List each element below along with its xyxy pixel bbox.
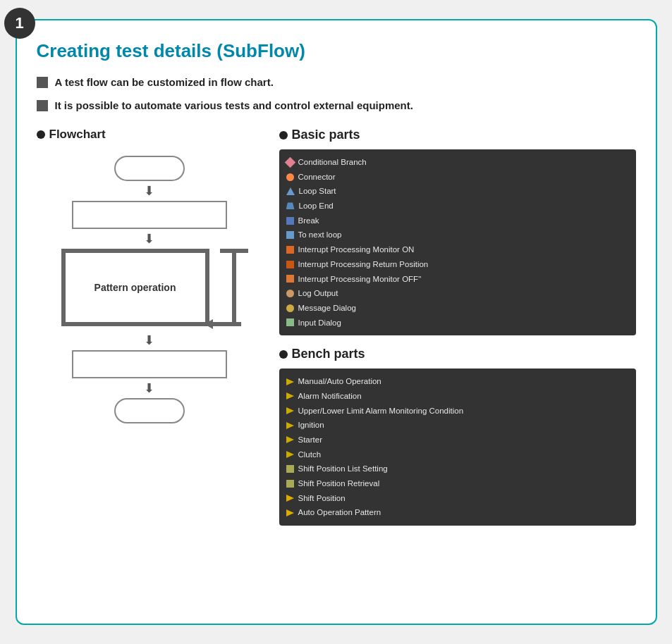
bench-item-1: Alarm Notification [298, 389, 362, 404]
dot-icon [37, 130, 45, 139]
arrow-yellow-icon-4 [286, 436, 294, 443]
rect-green-icon [286, 318, 294, 326]
loop-right [220, 249, 248, 326]
parts-row-3: Loop End [286, 199, 629, 213]
fc-arrow-1: ⬇ [144, 181, 154, 201]
loop-bottom-bar [209, 322, 241, 326]
rect-orange2-icon [286, 261, 294, 268]
loop-area: Pattern operation [51, 249, 248, 326]
rect-orange-icon [286, 246, 294, 254]
bench-item-0: Manual/Auto Operation [298, 374, 381, 389]
parts-row-2: Loop Start [286, 184, 629, 199]
arrow-yellow-icon-0 [286, 378, 294, 385]
parts-row-11: Input Dialog [286, 316, 629, 330]
loop-label: Pattern operation [94, 282, 176, 293]
circle-tan-icon [286, 290, 294, 297]
arrow-yellow-icon-1 [286, 392, 294, 400]
bullet-1: A test flow can be customized in flow ch… [37, 75, 636, 91]
parts-row-6: Interrupt Processing Monitor ON [286, 242, 629, 257]
parts-row-7: Interrupt Processing Return Position [286, 257, 629, 272]
bench-item-2: Upper/Lower Limit Alarm Monitoring Condi… [298, 404, 464, 419]
basic-parts-title: Basic parts [279, 128, 636, 142]
bench-item-5: Clutch [298, 447, 322, 462]
arrow-orange-icon-1 [286, 509, 294, 516]
bench-row-4: Starter [286, 433, 629, 447]
bench-row-2: Upper/Lower Limit Alarm Monitoring Condi… [286, 404, 629, 419]
bench-item-6: Shift Position List Setting [298, 462, 388, 476]
flowchart-label: Flowchart [49, 128, 106, 142]
fc-arrow-2: ⬇ [144, 229, 154, 249]
basic-item-8: Interrupt Processing Monitor OFF" [298, 272, 422, 287]
basic-item-2: Loop Start [299, 184, 336, 199]
bench-row-0: Manual/Auto Operation [286, 374, 629, 389]
arrow-yellow-icon-3 [286, 422, 294, 429]
basic-item-11: Input Dialog [298, 316, 341, 330]
bullet-2: It is possible to automate various tests… [37, 98, 636, 114]
bullet-square-icon [37, 77, 48, 88]
bench-item-4: Starter [298, 433, 323, 447]
bench-parts-box: Manual/Auto Operation Alarm Notification… [279, 369, 636, 526]
basic-item-6: Interrupt Processing Monitor ON [298, 242, 415, 257]
bench-item-7: Shift Position Retrieval [298, 476, 380, 491]
bullet-text-1: A test flow can be customized in flow ch… [55, 75, 274, 91]
loop-vert-bar [232, 253, 236, 326]
fc-end-terminal [114, 398, 185, 423]
basic-parts-box: Conditional Branch Connector Loop Start … [279, 149, 636, 335]
parts-row-0: Conditional Branch [286, 155, 629, 170]
bench-row-9: Auto Operation Pattern [286, 505, 629, 520]
bullet-text-2: It is possible to automate various tests… [55, 98, 413, 114]
loop-box: Pattern operation [61, 249, 209, 326]
arrow-yellow-icon-2 [286, 407, 294, 414]
arrow-yellow-icon-5 [286, 451, 294, 458]
bench-item-8: Shift Position [298, 491, 346, 506]
section-number: 1 [4, 8, 35, 39]
page-title: Creating test details (SubFlow) [37, 40, 636, 62]
bench-row-5: Clutch [286, 447, 629, 462]
circle-orange-icon [286, 173, 294, 181]
basic-item-3: Loop End [299, 199, 334, 213]
basic-item-1: Connector [298, 170, 336, 185]
bench-row-8: Shift Position [286, 491, 629, 506]
fc-start-terminal [114, 156, 185, 181]
dot-icon-3 [279, 350, 288, 359]
fc-arrow-3: ⬇ [144, 330, 154, 350]
arrow-orange-icon-0 [286, 495, 294, 502]
parts-row-8: Interrupt Processing Monitor OFF" [286, 272, 629, 287]
rect-blue2-icon [286, 231, 294, 239]
rect-khaki-icon-1 [286, 480, 294, 488]
basic-item-5: To next loop [298, 228, 342, 242]
rect-khaki-icon-0 [286, 465, 294, 473]
basic-parts-label: Basic parts [292, 128, 360, 142]
parts-row-5: To next loop [286, 228, 629, 242]
loop-return-arrowhead [204, 319, 213, 329]
parts-row-4: Break [286, 213, 629, 228]
bullet-square-icon-2 [37, 100, 48, 111]
parts-row-10: Message Dialog [286, 301, 629, 316]
bench-row-6: Shift Position List Setting [286, 462, 629, 476]
dot-icon-2 [279, 131, 288, 140]
bench-parts-title: Bench parts [279, 347, 636, 361]
fc-process-1 [72, 201, 227, 229]
loop-inner: Pattern operation [51, 249, 220, 326]
rect-blue-icon [286, 217, 294, 225]
trap-blue-icon [286, 202, 295, 209]
bench-row-3: Ignition [286, 418, 629, 433]
parts-row-9: Log Output [286, 286, 629, 301]
basic-item-10: Message Dialog [298, 301, 356, 316]
right-panel: Basic parts Conditional Branch Connector… [279, 128, 636, 537]
flowchart-diagram: ⬇ ⬇ Pattern operation [37, 149, 262, 431]
bench-item-9: Auto Operation Pattern [298, 505, 381, 520]
fc-process-2 [72, 350, 227, 378]
circle-gold-icon [286, 304, 294, 312]
bench-parts-label: Bench parts [292, 347, 365, 361]
content-area: Flowchart ⬇ ⬇ [37, 128, 636, 537]
parts-row-1: Connector [286, 170, 629, 185]
rect-orange3-icon [286, 275, 294, 283]
bench-item-3: Ignition [298, 418, 324, 433]
basic-item-7: Interrupt Processing Return Position [298, 257, 429, 272]
bench-row-7: Shift Position Retrieval [286, 476, 629, 491]
loop-section: Pattern operation [51, 249, 248, 326]
diamond-pink-icon [284, 157, 295, 168]
flowchart-section-title: Flowchart [37, 128, 262, 142]
bench-row-1: Alarm Notification [286, 389, 629, 404]
